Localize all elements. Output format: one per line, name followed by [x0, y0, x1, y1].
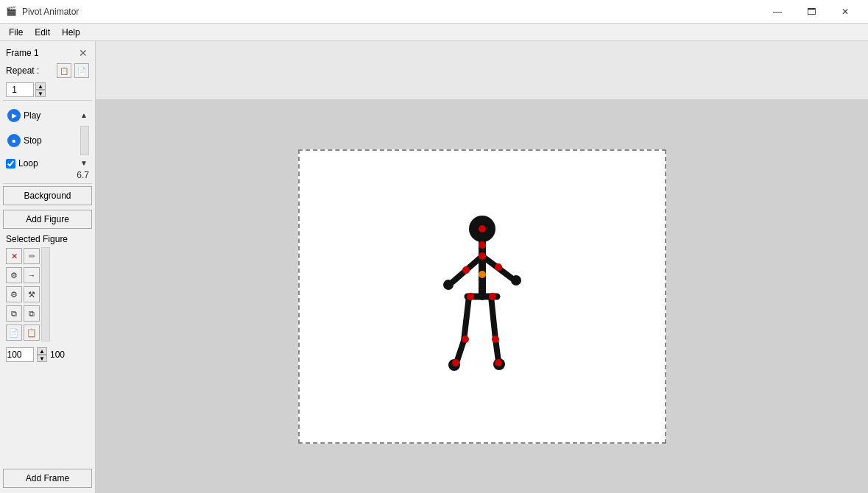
menu-file[interactable]: File [3, 26, 29, 39]
figure-scrollbar [41, 247, 50, 341]
loop-chevrons: ▼ [79, 160, 89, 167]
background-button[interactable]: Background [3, 186, 92, 205]
controls-area: ▶ Play ▲ ■ Stop Loop ▼ [3, 104, 92, 184]
svg-point-17 [495, 263, 502, 271]
fps-row: 6.7 [3, 170, 92, 180]
add-frame-button[interactable]: Add Frame [3, 469, 92, 488]
minimize-button[interactable]: — [761, 0, 794, 24]
svg-point-15 [479, 252, 486, 260]
svg-point-3 [443, 280, 454, 290]
opacity-spin-buttons: ▲ ▼ [37, 347, 47, 362]
canvas-area [96, 100, 868, 493]
figure-tool-row1: ✕ ✏ ⚙ → ⚙ ⚒ ⧉ ⧉ [3, 246, 92, 343]
opacity-down-button[interactable]: ▼ [37, 355, 47, 362]
opacity-row: ▲ ▼ 100 [3, 346, 92, 363]
menu-help[interactable]: Help [56, 26, 86, 39]
repeat-label: Repeat : [6, 65, 54, 76]
title-bar: 🎬 Pivot Animator — 🗖 ✕ [0, 0, 868, 24]
figure-tool-h[interactable]: 📋 [24, 324, 40, 341]
svg-point-22 [492, 336, 499, 343]
frame-close-button[interactable]: ✕ [77, 47, 89, 59]
figure-tool-f[interactable]: ⧉ [24, 305, 40, 322]
tool-row-2: ⚙ → [6, 266, 40, 284]
play-up-chevron[interactable]: ▲ [79, 112, 89, 119]
play-icon: ▶ [7, 109, 21, 122]
loop-down-chevron[interactable]: ▼ [79, 160, 89, 167]
figure-tool-e[interactable]: ⧉ [6, 305, 22, 322]
stop-icon: ■ [7, 134, 21, 147]
selected-figure-area: Selected Figure ✕ ✏ ⚙ → ⚙ ⚒ [3, 231, 92, 467]
fps-value: 6.7 [77, 170, 89, 180]
frame-strip [96, 41, 868, 100]
loop-checkbox[interactable] [6, 159, 15, 169]
play-button[interactable]: ▶ Play [6, 108, 42, 123]
svg-point-5 [511, 275, 521, 285]
repeat-up-button[interactable]: ▲ [35, 82, 46, 90]
window-controls: — 🗖 ✕ [761, 0, 862, 24]
frame-list-area: Frame 1 ✕ Repeat : 📋 📄 ▲ ▼ [3, 44, 92, 101]
opacity-max-label: 100 [50, 350, 65, 360]
app-icon: 🎬 [6, 6, 18, 18]
svg-point-23 [452, 359, 459, 366]
copy-frame-button[interactable]: 📋 [57, 63, 71, 78]
delete-figure-button[interactable]: ✕ [6, 248, 22, 264]
close-button[interactable]: ✕ [828, 0, 862, 24]
svg-point-14 [479, 241, 486, 249]
svg-point-20 [489, 293, 496, 300]
play-chevrons: ▲ [79, 112, 89, 119]
selected-figure-label: Selected Figure [3, 233, 92, 246]
loop-label: Loop [18, 158, 38, 169]
main-layout: Frame 1 ✕ Repeat : 📋 📄 ▲ ▼ ▶ Pla [0, 41, 868, 493]
svg-line-10 [491, 297, 495, 339]
svg-point-21 [462, 336, 469, 343]
tool-row-4: ⧉ ⧉ [6, 305, 40, 322]
stop-row: ■ Stop [3, 124, 92, 157]
figure-tool-g[interactable]: 📄 [6, 324, 22, 341]
edit-figure-button[interactable]: ✏ [24, 248, 40, 264]
opacity-up-button[interactable]: ▲ [37, 347, 47, 355]
frame-item: Frame 1 ✕ [3, 46, 92, 60]
svg-line-7 [464, 297, 469, 341]
maximize-button[interactable]: 🗖 [794, 0, 828, 24]
figure-tool-d[interactable]: ⚒ [24, 286, 40, 302]
opacity-input[interactable] [6, 347, 34, 362]
figure-tool-b[interactable]: → [24, 267, 40, 283]
right-area [96, 41, 868, 493]
add-figure-button[interactable]: Add Figure [3, 210, 92, 229]
tool-row-1: ✕ ✏ [6, 247, 40, 265]
stick-figure-svg [438, 208, 526, 385]
left-panel: Frame 1 ✕ Repeat : 📋 📄 ▲ ▼ ▶ Pla [0, 41, 96, 493]
repeat-input[interactable] [6, 82, 34, 97]
play-label: Play [24, 110, 40, 121]
menu-edit[interactable]: Edit [29, 26, 56, 39]
paste-frame-button[interactable]: 📄 [74, 63, 89, 78]
figure-tools-left: ✕ ✏ ⚙ → ⚙ ⚒ ⧉ ⧉ [6, 247, 40, 341]
svg-point-16 [462, 266, 470, 274]
repeat-row: Repeat : 📋 📄 [3, 62, 92, 79]
animation-canvas[interactable] [298, 149, 666, 444]
frame1-label: Frame 1 [6, 48, 74, 58]
repeat-down-button[interactable]: ▼ [35, 90, 46, 97]
scroll-stub [80, 126, 89, 155]
loop-row: Loop ▼ [3, 157, 92, 170]
svg-point-13 [479, 225, 486, 233]
figure-tool-c[interactable]: ⚙ [6, 286, 22, 302]
play-row: ▶ Play ▲ [3, 107, 92, 124]
menu-bar: File Edit Help [0, 24, 868, 41]
svg-point-18 [479, 271, 486, 278]
tool-row-5: 📄 📋 [6, 324, 40, 341]
svg-point-19 [467, 293, 474, 300]
figure-tool-a[interactable]: ⚙ [6, 267, 22, 283]
app-title: Pivot Animator [22, 7, 761, 17]
stop-button[interactable]: ■ Stop [6, 133, 43, 148]
svg-point-24 [495, 359, 502, 366]
tool-row-3: ⚙ ⚒ [6, 285, 40, 303]
repeat-spin-container: ▲ ▼ [3, 81, 92, 99]
svg-line-8 [456, 341, 464, 363]
repeat-spin-buttons: ▲ ▼ [35, 82, 46, 97]
stop-label: Stop [24, 135, 42, 146]
